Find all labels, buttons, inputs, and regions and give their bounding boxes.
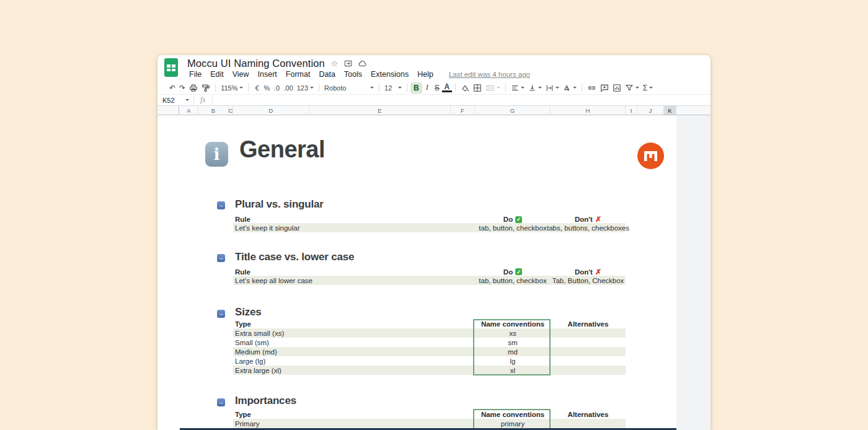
table-header-dont: Don't✗: [551, 268, 626, 276]
table-header-rule: Rule: [235, 268, 250, 276]
fill-color-icon[interactable]: [459, 82, 471, 94]
cell-rule: Let's keep it singular: [235, 223, 299, 232]
formula-bar: K52 fx: [157, 94, 711, 106]
table-row-stripe: [233, 347, 626, 356]
sheets-grid-glyph: [167, 64, 175, 71]
name-conventions-highlight-border: [473, 409, 551, 430]
borders-icon[interactable]: [471, 82, 484, 94]
sheets-window: Moccu UI Naming Convention ☆ File Edit V…: [157, 55, 711, 430]
column-header-F[interactable]: F: [451, 106, 475, 115]
text-wrap-icon[interactable]: [544, 82, 561, 94]
italic-button[interactable]: I: [422, 82, 432, 94]
table-row-stripe: [233, 419, 626, 428]
decrease-decimal-button[interactable]: .0: [272, 82, 281, 94]
section-heading: Plural vs. singular: [235, 198, 324, 211]
cell-type: Medium (md): [235, 347, 277, 356]
arrow-icon: →: [217, 254, 225, 262]
vertical-align-icon[interactable]: [526, 82, 544, 94]
star-icon[interactable]: ☆: [331, 59, 339, 68]
table-header-type: Type: [235, 410, 251, 419]
menu-view[interactable]: View: [228, 70, 254, 79]
cell-type: Extra large (xl): [235, 366, 281, 375]
sheets-home-icon[interactable]: [164, 58, 178, 77]
app-header: Moccu UI Naming Convention ☆ File Edit V…: [157, 55, 711, 81]
cloud-saved-icon[interactable]: [358, 59, 367, 68]
cell-type: Large (lg): [235, 356, 265, 366]
table-header-do: Do✓: [475, 216, 551, 223]
section-heading: Title case vs. lower case: [235, 251, 354, 263]
cell-do: tab, button, checkbox: [475, 276, 551, 285]
print-icon[interactable]: [187, 82, 200, 94]
column-header-C[interactable]: C: [229, 106, 233, 115]
functions-button[interactable]: Σ: [641, 82, 655, 94]
cell-type: Small (sm): [235, 338, 269, 347]
menu-extensions[interactable]: Extensions: [366, 70, 413, 79]
arrow-icon: →: [217, 310, 225, 318]
name-conventions-highlight-border: [473, 319, 551, 375]
column-header-K[interactable]: K: [664, 106, 676, 115]
strikethrough-button[interactable]: S: [432, 82, 442, 94]
column-header-B[interactable]: B: [198, 106, 229, 115]
menu-edit[interactable]: Edit: [206, 70, 228, 79]
number-format-select[interactable]: 123: [295, 82, 316, 94]
column-header-D[interactable]: D: [233, 106, 309, 115]
column-header-A[interactable]: A: [180, 106, 198, 115]
toolbar: ↶ ↷ 115% € % .0 .00 123 Roboto 12 B I S …: [157, 81, 711, 94]
menu-help[interactable]: Help: [413, 70, 438, 79]
arrow-icon: →: [217, 398, 225, 406]
redo-icon[interactable]: ↷: [177, 82, 187, 94]
cell-type: Primary: [235, 419, 260, 428]
text-color-button[interactable]: A: [442, 83, 452, 92]
table-header-dont: Don't✗: [551, 216, 626, 223]
insert-chart-icon[interactable]: [611, 82, 623, 94]
merge-cells-icon[interactable]: [484, 82, 502, 94]
column-header-I[interactable]: I: [626, 106, 637, 115]
cells-canvas[interactable]: i General → Plural vs. singular Rule Do✓…: [157, 115, 676, 430]
column-header-E[interactable]: E: [309, 106, 451, 115]
bold-button[interactable]: B: [410, 82, 422, 94]
table-row-stripe: [233, 328, 626, 338]
page-title: General: [239, 136, 325, 163]
format-currency-button[interactable]: €: [252, 82, 262, 94]
column-header-filler: [676, 106, 711, 115]
menu-data[interactable]: Data: [314, 70, 339, 79]
menu-insert[interactable]: Insert: [254, 70, 281, 79]
last-edit-link[interactable]: Last edit was 4 hours ago: [449, 71, 530, 78]
insert-comment-icon[interactable]: [598, 82, 611, 94]
format-percent-button[interactable]: %: [262, 82, 272, 94]
table-header-type: Type: [235, 320, 251, 328]
column-header-J[interactable]: J: [637, 106, 664, 115]
text-rotation-icon[interactable]: [561, 82, 578, 94]
menu-format[interactable]: Format: [281, 70, 315, 79]
menu-tools[interactable]: Tools: [340, 70, 366, 79]
moccu-logo: [637, 143, 664, 169]
paint-format-icon[interactable]: [200, 82, 212, 94]
table-header-do: Do✓: [475, 268, 551, 276]
document-title[interactable]: Moccu UI Naming Convention: [187, 58, 325, 69]
column-headers: ABCDEFGHIJK: [180, 106, 676, 115]
table-row-stripe: [233, 366, 626, 375]
insert-link-icon[interactable]: [585, 82, 598, 94]
name-box[interactable]: K52: [157, 97, 193, 104]
increase-decimal-button[interactable]: .00: [281, 82, 294, 94]
check-emoji-icon: ✓: [515, 216, 522, 223]
menubar: File Edit View Insert Format Data Tools …: [185, 68, 530, 80]
table-header-alternatives: Alternatives: [551, 320, 626, 328]
filter-icon[interactable]: [623, 82, 641, 94]
column-header-H[interactable]: H: [551, 106, 626, 115]
select-all-corner[interactable]: [157, 106, 179, 115]
font-size-select[interactable]: 12: [383, 82, 404, 94]
cell-type: Extra small (xs): [235, 328, 284, 338]
undo-icon[interactable]: ↶: [167, 82, 177, 94]
column-header-G[interactable]: G: [475, 106, 551, 115]
zoom-select[interactable]: 115%: [219, 82, 245, 94]
arrow-icon: →: [217, 201, 225, 209]
grid-right-filler: [676, 115, 711, 430]
cross-emoji-icon: ✗: [595, 215, 601, 224]
font-select[interactable]: Roboto: [322, 82, 376, 94]
section-heading: Sizes: [235, 306, 261, 318]
horizontal-align-icon[interactable]: [509, 82, 526, 94]
move-to-folder-icon[interactable]: [344, 59, 352, 68]
menu-file[interactable]: File: [185, 70, 206, 79]
check-emoji-icon: ✓: [515, 268, 522, 275]
